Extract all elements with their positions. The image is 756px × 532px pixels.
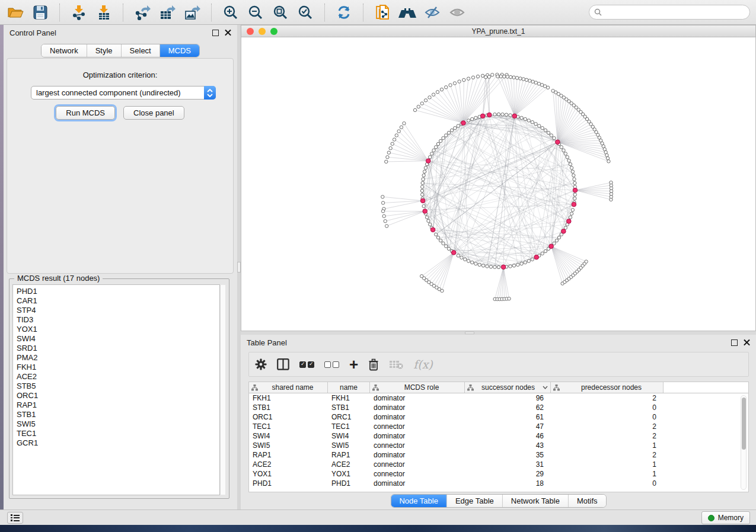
table-row[interactable]: TEC1TEC1connector472 [249, 422, 748, 431]
main-toolbar [0, 0, 756, 25]
float-table-panel-icon[interactable] [731, 339, 738, 346]
table-scrollbar[interactable] [741, 395, 747, 490]
control-panel-title: Control Panel [9, 28, 56, 37]
mcds-result-item[interactable]: GCR1 [17, 438, 219, 448]
column-header-predecessor-nodes[interactable]: predecessor nodes [551, 382, 664, 393]
apply-layout-button[interactable] [334, 3, 353, 22]
table-cell: SWI4 [328, 432, 370, 440]
export-image-button[interactable] [183, 3, 202, 22]
mcds-result-list[interactable]: PHD1CAR1STP4TID3YOX1SWI4SRD1PMA2FKH1ACE2… [12, 284, 220, 495]
select-all-button[interactable] [299, 357, 314, 372]
zoom-out-button[interactable] [246, 3, 265, 22]
deselect-all-button[interactable] [324, 357, 339, 372]
table-row[interactable]: STB1STB1dominator620 [249, 403, 748, 412]
mcds-result-item[interactable]: PMA2 [17, 353, 219, 363]
table-cell: 35 [465, 451, 551, 459]
mcds-result-item[interactable]: TID3 [17, 315, 219, 325]
mcds-result-item[interactable]: SRD1 [17, 344, 219, 353]
tab-select[interactable]: Select [122, 44, 160, 57]
show-all-button[interactable] [448, 3, 467, 22]
mcds-result-item[interactable]: YOX1 [17, 325, 219, 334]
table-row[interactable]: YOX1YOX1connector291 [249, 469, 748, 479]
table-row[interactable]: RAP1RAP1dominator352 [249, 450, 748, 460]
table-tab-motifs[interactable]: Motifs [569, 495, 606, 507]
mcds-result-item[interactable]: TEC1 [17, 429, 219, 438]
add-column-button[interactable]: + [349, 357, 358, 372]
table-settings-button[interactable] [255, 357, 267, 372]
delete-column-button[interactable] [368, 357, 379, 372]
table-row[interactable]: SWI5SWI5connector431 [249, 441, 748, 450]
shared-column-icon [467, 384, 474, 391]
mcds-result-item[interactable]: SWI4 [17, 334, 219, 344]
list-icon [11, 514, 20, 516]
mcds-result-item[interactable]: RAP1 [17, 400, 219, 410]
toolbar-separator [363, 4, 363, 21]
column-header-successor-nodes[interactable]: successor nodes [465, 382, 551, 393]
table-row[interactable]: ORC1ORC1dominator610 [249, 412, 748, 422]
tab-network[interactable]: Network [42, 44, 87, 57]
table-cell: PHD1 [328, 479, 370, 488]
column-header-shared-name[interactable]: shared name [249, 382, 328, 393]
show-columns-button[interactable] [277, 357, 289, 372]
tab-style[interactable]: Style [87, 44, 122, 57]
mcds-result-item[interactable]: ORC1 [17, 391, 219, 400]
table-row[interactable]: FKH1FKH1dominator962 [249, 393, 748, 403]
list-icon [11, 520, 20, 521]
table-row[interactable]: SWI4SWI4dominator462 [249, 431, 748, 441]
scrollbar-thumb[interactable] [742, 398, 746, 450]
search-input[interactable] [605, 8, 745, 17]
maximize-window-icon[interactable] [270, 28, 277, 35]
clone-network-button[interactable] [373, 3, 392, 22]
mcds-result-item[interactable]: CAR1 [17, 296, 219, 306]
task-history-button[interactable] [7, 512, 23, 524]
mcds-result-item[interactable]: STB1 [17, 410, 219, 419]
zoom-in-button[interactable] [221, 3, 240, 22]
export-network-button[interactable] [133, 3, 152, 22]
export-table-button[interactable] [158, 3, 177, 22]
close-window-icon[interactable] [247, 28, 254, 35]
zoom-fit-button[interactable] [271, 3, 290, 22]
table-tab-edge-table[interactable]: Edge Table [447, 495, 503, 507]
network-graph [241, 37, 756, 331]
table-cell: STB1 [249, 403, 328, 412]
mcds-result-item[interactable]: STP4 [17, 306, 219, 315]
mcds-list-scrollbar[interactable] [220, 285, 225, 495]
network-view-canvas[interactable] [241, 37, 756, 331]
table-cell: connector [370, 422, 465, 431]
search-network-button[interactable] [398, 3, 417, 22]
open-folder-icon [7, 5, 24, 20]
save-session-button[interactable] [31, 3, 50, 22]
table-row[interactable]: PHD1PHD1dominator180 [249, 479, 748, 488]
mcds-result-item[interactable]: FKH1 [17, 363, 219, 372]
tab-mcds[interactable]: MCDS [160, 44, 199, 57]
import-network-button[interactable] [69, 3, 88, 22]
table-cell: ORC1 [249, 413, 328, 421]
memory-button[interactable]: Memory [701, 511, 750, 524]
close-panel-icon[interactable] [225, 30, 231, 36]
open-session-button[interactable] [6, 3, 25, 22]
table-tab-node-table[interactable]: Node Table [391, 495, 447, 507]
mcds-result-item[interactable]: SWI5 [17, 419, 219, 429]
node-table[interactable]: shared namenameMCDS rolesuccessor nodesp… [248, 382, 749, 492]
table-cell: dominator [370, 394, 465, 402]
hide-selected-button[interactable] [423, 3, 442, 22]
float-panel-icon[interactable] [212, 30, 219, 36]
network-window-titlebar[interactable]: YPA_prune.txt_1 [241, 25, 756, 37]
close-panel-button[interactable]: Close panel [123, 106, 184, 120]
zoom-selected-button[interactable] [296, 3, 315, 22]
mcds-result-item[interactable]: STB5 [17, 382, 219, 391]
run-mcds-button[interactable]: Run MCDS [56, 106, 115, 120]
mcds-result-item[interactable]: ACE2 [17, 372, 219, 382]
column-header-MCDS-role[interactable]: MCDS role [370, 382, 465, 393]
table-cell: 2 [551, 394, 664, 402]
column-header-name[interactable]: name [328, 382, 370, 393]
optimization-criterion-select[interactable]: largest connected component (undirected) [31, 86, 216, 100]
optimization-criterion-label: Optimization criterion: [7, 70, 233, 79]
table-tab-network-table[interactable]: Network Table [503, 495, 569, 507]
table-row[interactable]: ACE2ACE2connector311 [249, 460, 748, 469]
minimize-window-icon[interactable] [259, 28, 266, 35]
import-table-button[interactable] [94, 3, 113, 22]
status-bar: Memory [0, 509, 756, 525]
close-table-panel-icon[interactable] [744, 339, 750, 346]
mcds-result-item[interactable]: PHD1 [17, 287, 219, 296]
